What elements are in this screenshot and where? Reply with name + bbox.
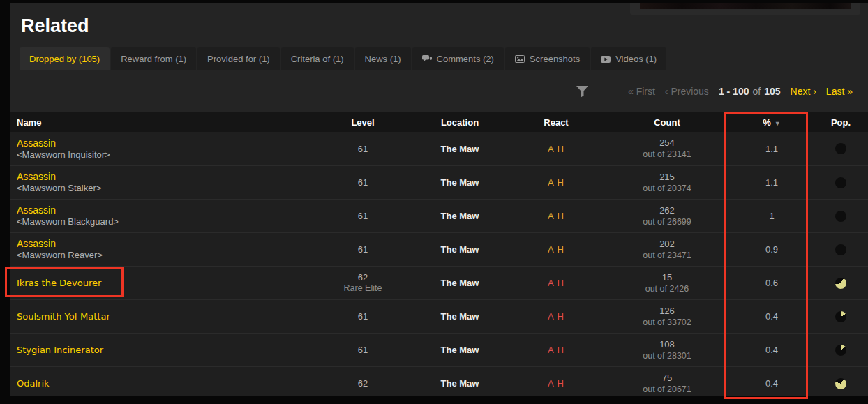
location-link[interactable]: The Maw xyxy=(412,300,508,333)
count-value: 202 xyxy=(659,239,675,250)
pagination-next[interactable]: Next › xyxy=(791,86,816,97)
column-header-label: % xyxy=(763,117,771,128)
column-header-level[interactable]: Level xyxy=(314,117,412,128)
percent-value: 0.4 xyxy=(730,300,814,333)
count-value: 254 xyxy=(659,137,675,149)
location-link[interactable]: The Maw xyxy=(412,132,508,165)
react-value: A H xyxy=(508,132,604,165)
level-value: 61 xyxy=(358,177,368,188)
location-link[interactable]: The Maw xyxy=(412,367,508,400)
tab-label: News (1) xyxy=(365,54,401,64)
table-row: Assassin <Mawsworn Reaver> 61 The Maw A … xyxy=(10,232,868,266)
react-value: A H xyxy=(508,300,604,333)
popularity-pie-icon xyxy=(835,143,846,154)
tab-comments-2[interactable]: Comments (2) xyxy=(412,47,504,70)
column-header-label: Pop. xyxy=(831,117,851,128)
left-border-strip xyxy=(0,0,10,404)
table-row: Odalrik 62 The Maw A H 75 out of 20671 0… xyxy=(10,366,868,400)
pagination-range-values: 1 - 100 xyxy=(719,86,749,97)
pagination-bar: « First ‹ Previous 1 - 100 of 105 Next ›… xyxy=(10,70,868,112)
popularity-pie-icon xyxy=(835,177,846,188)
column-header-count[interactable]: Count xyxy=(604,117,730,128)
level-value: 61 xyxy=(358,345,368,355)
count-total: out of 33702 xyxy=(643,317,691,328)
npc-name-link[interactable]: Assassin xyxy=(17,171,56,183)
filter-funnel-icon[interactable] xyxy=(576,86,589,98)
npc-subtitle: <Mawsworn Inquisitor> xyxy=(17,149,110,160)
tab-label: Dropped by (105) xyxy=(29,54,100,64)
column-header-name[interactable]: Name xyxy=(10,117,314,128)
tab-label: Videos (1) xyxy=(615,54,657,64)
column-header-percent[interactable]: %▼ xyxy=(730,117,814,128)
npc-name-link[interactable]: Assassin xyxy=(17,204,56,216)
top-border-strip xyxy=(0,0,868,3)
column-header-react[interactable]: React xyxy=(508,117,604,128)
react-value: A H xyxy=(508,334,604,366)
tab-criteria-of-1[interactable]: Criteria of (1) xyxy=(281,47,354,70)
level-value: 61 xyxy=(358,311,368,322)
npc-subtitle: <Mawsworn Stalker> xyxy=(17,183,101,194)
npc-name-link[interactable]: Soulsmith Yol-Mattar xyxy=(17,311,110,322)
pagination-first: « First xyxy=(628,86,655,97)
react-value: A H xyxy=(508,367,604,400)
count-value: 215 xyxy=(659,172,675,183)
pagination-total: 105 xyxy=(764,86,780,97)
npc-name-link[interactable]: Stygian Incinerator xyxy=(17,344,103,356)
percent-value: 1.1 xyxy=(730,132,814,165)
location-link[interactable]: The Maw xyxy=(412,200,508,232)
level-value: 61 xyxy=(358,144,368,154)
table-row: Soulsmith Yol-Mattar 61 The Maw A H 126 … xyxy=(10,299,868,333)
location-link[interactable]: The Maw xyxy=(412,334,508,366)
wowhead-related-panel: Related Dropped by (105)Reward from (1)P… xyxy=(0,0,868,404)
tab-provided-for-1[interactable]: Provided for (1) xyxy=(197,47,280,70)
level-note: Rare Elite xyxy=(344,283,382,294)
table-row: Ikras the Devourer 62 Rare Elite The Maw… xyxy=(10,266,868,299)
percent-value: 0.4 xyxy=(730,367,814,400)
tab-videos-1[interactable]: Videos (1) xyxy=(591,47,666,70)
column-header-label: Level xyxy=(351,117,374,128)
tab-screenshots[interactable]: Screenshots xyxy=(505,47,590,70)
count-total: out of 2426 xyxy=(645,283,689,294)
column-header-pop[interactable]: Pop. xyxy=(814,117,868,128)
tab-dropped-by-105[interactable]: Dropped by (105) xyxy=(20,47,110,70)
count-value: 108 xyxy=(659,339,675,350)
popularity-pie-icon xyxy=(835,244,846,255)
table-row: Assassin <Mawsworn Stalker> 61 The Maw A… xyxy=(10,165,868,199)
npc-subtitle: <Mawsworn Blackguard> xyxy=(17,216,119,227)
tab-news-1[interactable]: News (1) xyxy=(355,47,411,70)
table-row: Assassin <Mawsworn Blackguard> 61 The Ma… xyxy=(10,199,868,232)
percent-value: 0.4 xyxy=(730,334,814,366)
table-row: Stygian Incinerator 61 The Maw A H 108 o… xyxy=(10,333,868,366)
screenshots-icon xyxy=(515,55,525,63)
column-header-location[interactable]: Location xyxy=(412,117,508,128)
location-link[interactable]: The Maw xyxy=(412,166,508,199)
pagination-range: 1 - 100 of 105 xyxy=(719,86,781,97)
percent-value: 1 xyxy=(730,200,814,232)
location-link[interactable]: The Maw xyxy=(412,233,508,266)
column-header-label: Location xyxy=(441,117,479,128)
count-total: out of 23471 xyxy=(643,250,691,261)
npc-name-link[interactable]: Ikras the Devourer xyxy=(17,277,101,289)
pagination-of-label: of xyxy=(752,86,761,97)
count-total: out of 26699 xyxy=(643,216,691,227)
sort-descending-icon: ▼ xyxy=(775,120,781,127)
count-value: 126 xyxy=(659,306,675,317)
location-link[interactable]: The Maw xyxy=(412,267,508,299)
react-value: A H xyxy=(508,166,604,199)
table-header-row: NameLevelLocationReactCount%▼Pop. xyxy=(10,112,868,132)
tab-bar: Dropped by (105)Reward from (1)Provided … xyxy=(20,47,868,70)
column-header-label: React xyxy=(544,117,568,128)
page-title: Related xyxy=(21,14,868,38)
tab-reward-from-1[interactable]: Reward from (1) xyxy=(111,47,196,70)
table-row: Assassin <Mawsworn Inquisitor> 61 The Ma… xyxy=(10,132,868,165)
npc-subtitle: <Mawsworn Reaver> xyxy=(17,250,103,261)
tab-label: Comments (2) xyxy=(437,54,494,64)
videos-icon xyxy=(601,56,611,63)
npc-name-link[interactable]: Assassin xyxy=(17,238,56,250)
npc-name-link[interactable]: Assassin xyxy=(17,137,56,149)
pagination-last[interactable]: Last » xyxy=(826,86,853,97)
npc-name-link[interactable]: Odalrik xyxy=(17,377,50,389)
react-value: A H xyxy=(508,267,604,299)
dropped-by-table: NameLevelLocationReactCount%▼Pop. Assass… xyxy=(10,112,868,400)
tab-label: Reward from (1) xyxy=(121,54,186,64)
